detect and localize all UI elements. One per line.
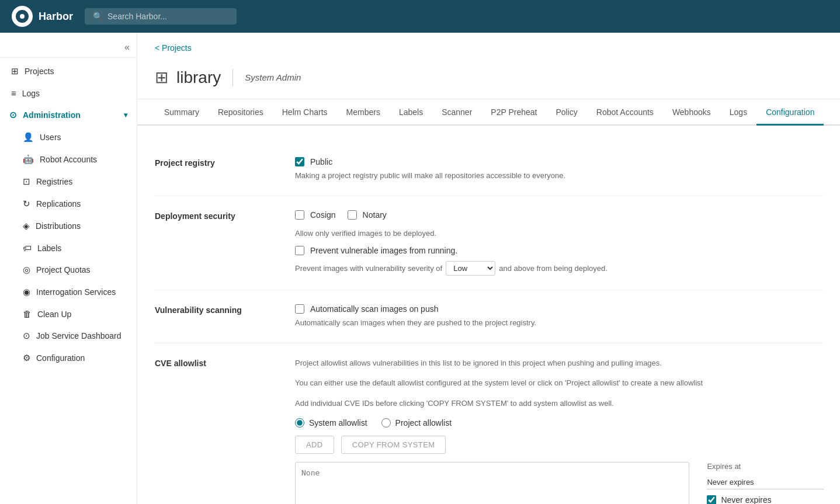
project-registry-value: Public Making a project registry public … [295, 157, 824, 182]
robot-icon: 🤖 [23, 154, 34, 165]
tab-robot-accounts[interactable]: Robot Accounts [587, 99, 663, 126]
severity-select[interactable]: Low Medium High Critical [446, 261, 495, 276]
project-icon: ⊞ [155, 68, 168, 87]
add-cve-button[interactable]: ADD [295, 436, 334, 454]
prevent-checkbox[interactable] [295, 246, 304, 255]
sidebar-item-clean-up[interactable]: 🗑 Clean Up [7, 303, 137, 325]
cve-description-2: You can either use the default allowlist… [295, 377, 824, 390]
cve-bottom-area: Expires at Never expires [295, 462, 824, 504]
notary-label[interactable]: Notary [363, 210, 387, 220]
cve-description-3: Add individual CVE IDs before clicking '… [295, 398, 824, 410]
cve-input-area [295, 462, 689, 504]
sidebar-item-labels[interactable]: 🏷 Labels [7, 237, 137, 259]
deployment-security-row: Deployment security Cosign Notary Allow … [155, 196, 824, 291]
tab-summary[interactable]: Summary [155, 99, 209, 126]
app-title: Harbor [39, 11, 73, 23]
expires-input[interactable] [707, 475, 824, 489]
cve-textarea[interactable] [295, 462, 689, 504]
sidebar-collapse-button[interactable]: « [124, 42, 130, 53]
quotas-icon: ◎ [23, 265, 30, 275]
cleanup-icon: 🗑 [23, 309, 32, 319]
search-bar[interactable]: 🔍 Search Harbor... [85, 8, 237, 25]
cve-action-buttons: ADD COPY FROM SYSTEM [295, 436, 824, 454]
vulnerability-scanning-row: Vulnerability scanning Automatically sca… [155, 290, 824, 343]
project-role: System Admin [245, 72, 301, 82]
sidebar-item-robot-accounts[interactable]: 🤖 Robot Accounts [7, 148, 137, 171]
project-registry-description: Making a project registry public will ma… [295, 170, 824, 182]
sidebar-item-logs[interactable]: ≡ Logs [0, 82, 137, 104]
sidebar-item-label: Users [40, 133, 61, 142]
tab-policy[interactable]: Policy [546, 99, 586, 126]
sidebar-item-label: Interrogation Services [36, 287, 116, 297]
auto-scan-row: Automatically scan images on push [295, 304, 824, 314]
tab-p2p-preheat[interactable]: P2P Preheat [481, 99, 546, 126]
notary-row: Notary [348, 210, 387, 220]
project-allowlist-label: Project allowlist [395, 418, 452, 427]
public-label[interactable]: Public [310, 157, 332, 166]
auto-scan-checkbox[interactable] [295, 304, 304, 314]
interrogation-icon: ◉ [23, 287, 30, 297]
tab-webhooks[interactable]: Webhooks [663, 99, 720, 126]
auto-scan-label[interactable]: Automatically scan images on push [310, 304, 438, 314]
tab-members[interactable]: Members [337, 99, 390, 126]
never-expires-row: Never expires [707, 495, 824, 504]
cosign-checkbox[interactable] [295, 210, 304, 220]
sidebar-item-label: Robot Accounts [40, 155, 97, 164]
tab-logs[interactable]: Logs [720, 99, 756, 126]
admin-icon: ⊙ [9, 110, 17, 120]
search-icon: 🔍 [93, 12, 103, 21]
system-allowlist-radio-row[interactable]: System allowlist [295, 418, 367, 427]
sidebar-item-registries[interactable]: ⊡ Registries [7, 171, 137, 193]
sidebar-section-label: Administration [23, 110, 81, 120]
project-allowlist-radio-row[interactable]: Project allowlist [381, 418, 452, 427]
tab-configuration[interactable]: Configuration [756, 99, 824, 126]
never-expires-checkbox[interactable] [707, 495, 716, 504]
vulnerability-scanning-value: Automatically scan images on push Automa… [295, 304, 824, 329]
sidebar-item-configuration[interactable]: ⚙ Configuration [7, 347, 137, 369]
tab-labels[interactable]: Labels [390, 99, 432, 126]
sidebar-item-users[interactable]: 👤 Users [7, 126, 137, 148]
never-expires-label[interactable]: Never expires [721, 495, 771, 504]
job-icon: ⊙ [23, 331, 30, 341]
cosign-label[interactable]: Cosign [310, 210, 336, 220]
distributions-icon: ◈ [23, 221, 30, 231]
search-placeholder: Search Harbor... [107, 12, 167, 21]
topnav: Harbor 🔍 Search Harbor... [0, 0, 840, 33]
public-checkbox[interactable] [295, 157, 304, 166]
sidebar-item-interrogation-services[interactable]: ◉ Interrogation Services [7, 281, 137, 303]
admin-submenu: 👤 Users 🤖 Robot Accounts ⊡ Registries ↻ … [0, 126, 137, 369]
sidebar-item-label: Job Service Dashboard [36, 331, 122, 340]
severity-prefix: Prevent images with vulnerability severi… [295, 264, 442, 273]
allowlist-radio-group: System allowlist Project allowlist [295, 418, 824, 427]
users-icon: 👤 [23, 132, 34, 142]
severity-row: Prevent images with vulnerability severi… [295, 261, 824, 276]
tab-scanner[interactable]: Scanner [432, 99, 481, 126]
sidebar-item-job-service-dashboard[interactable]: ⊙ Job Service Dashboard [7, 325, 137, 347]
project-name: library [176, 68, 221, 87]
system-allowlist-radio[interactable] [295, 418, 304, 427]
breadcrumb-projects-link[interactable]: < Projects [155, 43, 192, 53]
sidebar-collapse-area: « [0, 37, 137, 58]
cve-allowlist-row: CVE allowlist Project allowlist allows v… [155, 343, 824, 505]
public-checkbox-row: Public [295, 157, 824, 166]
project-allowlist-radio[interactable] [381, 418, 391, 427]
sidebar-item-administration[interactable]: ⊙ Administration ▾ [0, 104, 137, 126]
sidebar-item-project-quotas[interactable]: ◎ Project Quotas [7, 259, 137, 281]
sidebar-item-label: Configuration [36, 353, 85, 363]
severity-suffix: and above from being deployed. [499, 264, 608, 273]
tab-helm-charts[interactable]: Helm Charts [273, 99, 337, 126]
sidebar-item-replications[interactable]: ↻ Replications [7, 193, 137, 215]
breadcrumb: < Projects [137, 33, 840, 58]
sidebar-item-distributions[interactable]: ◈ Distributions [7, 215, 137, 237]
tab-repositories[interactable]: Repositories [209, 99, 273, 126]
prevent-label[interactable]: Prevent vulnerable images from running. [310, 246, 457, 255]
sidebar-item-label: Logs [22, 89, 40, 98]
copy-from-system-button[interactable]: COPY FROM SYSTEM [341, 436, 446, 454]
logs-icon: ≡ [11, 88, 16, 98]
notary-checkbox[interactable] [348, 210, 357, 220]
sidebar-item-projects[interactable]: ⊞ Projects [0, 60, 137, 82]
deployment-security-value: Cosign Notary Allow only verified images… [295, 210, 824, 276]
sidebar-item-label: Project Quotas [36, 265, 91, 274]
project-header: ⊞ library System Admin [137, 58, 840, 99]
labels-icon: 🏷 [23, 243, 32, 253]
